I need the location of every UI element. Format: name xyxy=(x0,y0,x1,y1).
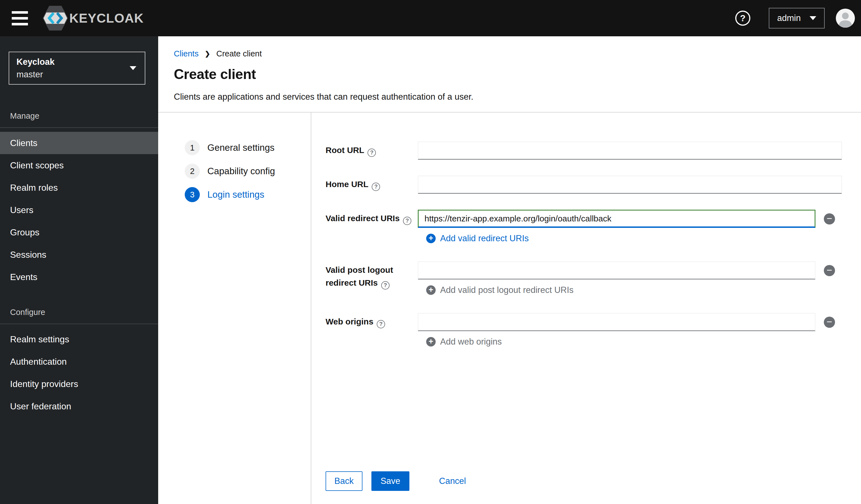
web-origins-label: Web origins? xyxy=(326,313,418,328)
sidebar-item-realm-settings[interactable]: Realm settings xyxy=(0,328,158,350)
add-post-logout-uris-button[interactable]: + Add valid post logout redirect URIs xyxy=(426,285,835,295)
plus-circle-icon: + xyxy=(426,234,436,243)
minus-circle-icon: − xyxy=(826,265,832,275)
sidebar-item-sessions[interactable]: Sessions xyxy=(0,243,158,266)
caret-down-icon xyxy=(810,16,816,20)
keycloak-logo: KEYCLOAK xyxy=(42,5,144,31)
nav-toggle-button[interactable] xyxy=(12,11,28,25)
step-number-badge: 3 xyxy=(185,187,200,202)
web-origins-row: Web origins? − + Add web origins xyxy=(326,313,835,347)
step-number-badge: 1 xyxy=(185,140,200,155)
keycloak-admin-console: KEYCLOAK ? admin Keycloak master Manag xyxy=(0,0,861,504)
page-header: Clients ❯ Create client Create client Cl… xyxy=(158,36,861,113)
wizard-step-general-settings[interactable]: 1 General settings xyxy=(185,140,274,155)
masthead: KEYCLOAK ? admin xyxy=(0,0,861,36)
remove-post-logout-uri-button[interactable]: − xyxy=(824,265,835,276)
root-url-input[interactable] xyxy=(418,142,842,160)
valid-redirect-uris-row: Valid redirect URIs? − + Add valid redir… xyxy=(326,210,835,243)
wizard-content: 1 General settings 2 Capability config 3… xyxy=(158,113,861,504)
help-icon[interactable]: ? xyxy=(368,149,376,157)
post-logout-uri-input[interactable] xyxy=(418,261,816,280)
main-content: Clients ❯ Create client Create client Cl… xyxy=(158,36,861,504)
remove-web-origin-button[interactable]: − xyxy=(824,317,835,328)
back-button[interactable]: Back xyxy=(326,471,363,491)
save-button[interactable]: Save xyxy=(371,471,409,491)
divider xyxy=(0,127,158,128)
help-icon[interactable]: ? xyxy=(381,281,390,290)
add-valid-redirect-uris-button[interactable]: + Add valid redirect URIs xyxy=(426,234,835,243)
breadcrumb-link-clients[interactable]: Clients xyxy=(174,49,199,58)
nav-list-configure: Realm settings Authentication Identity p… xyxy=(0,328,158,418)
user-menu-dropdown[interactable]: admin xyxy=(769,8,825,28)
breadcrumb: Clients ❯ Create client xyxy=(174,49,844,58)
plus-circle-icon: + xyxy=(426,285,436,295)
sidebar-item-users[interactable]: Users xyxy=(0,199,158,221)
plus-circle-icon: + xyxy=(426,337,436,347)
step-label: Login settings xyxy=(207,189,264,200)
keycloak-logo-icon xyxy=(42,5,68,31)
nav-list-manage: Clients Client scopes Realm roles Users … xyxy=(0,132,158,288)
user-avatar-icon xyxy=(836,9,855,28)
sidebar-item-realm-roles[interactable]: Realm roles xyxy=(0,177,158,199)
sidebar-item-client-scopes[interactable]: Client scopes xyxy=(0,154,158,177)
page-subtitle: Clients are applications and services th… xyxy=(174,92,844,102)
post-logout-uris-row: Valid post logout redirect URIs? − + Add… xyxy=(326,261,835,295)
cancel-button[interactable]: Cancel xyxy=(437,476,468,486)
page-title: Create client xyxy=(174,66,844,82)
wizard-actions: Back Save Cancel xyxy=(326,471,468,491)
home-url-row: Home URL? xyxy=(326,176,842,194)
minus-circle-icon: − xyxy=(826,317,832,326)
breadcrumb-current: Create client xyxy=(216,49,262,58)
add-web-origins-button[interactable]: + Add web origins xyxy=(426,337,835,347)
nav-section-title-manage: Manage xyxy=(10,111,158,121)
realm-selector-texts: Keycloak master xyxy=(16,57,130,80)
valid-redirect-uri-input[interactable] xyxy=(418,210,816,228)
chevron-right-icon: ❯ xyxy=(205,50,210,57)
home-url-input[interactable] xyxy=(418,176,842,194)
divider xyxy=(0,324,158,324)
question-circle-icon: ? xyxy=(740,13,746,24)
wizard-nav: 1 General settings 2 Capability config 3… xyxy=(158,113,311,504)
avatar[interactable] xyxy=(836,9,855,28)
sidebar-item-events[interactable]: Events xyxy=(0,266,158,288)
post-logout-uris-label: Valid post logout redirect URIs? xyxy=(326,261,418,290)
sidebar-item-user-federation[interactable]: User federation xyxy=(0,395,158,418)
brand-text: KEYCLOAK xyxy=(69,11,144,26)
login-settings-form: Root URL? Home URL? Vali xyxy=(311,113,861,504)
root-url-row: Root URL? xyxy=(326,142,842,160)
remove-redirect-uri-button[interactable]: − xyxy=(824,213,835,224)
realm-selector-title: Keycloak xyxy=(16,57,130,67)
sidebar-item-authentication[interactable]: Authentication xyxy=(0,350,158,373)
valid-redirect-uris-label: Valid redirect URIs? xyxy=(326,210,418,225)
user-menu-label: admin xyxy=(777,13,801,23)
help-button[interactable]: ? xyxy=(735,11,750,26)
step-number-badge: 2 xyxy=(185,164,200,179)
step-label: General settings xyxy=(207,142,274,153)
sidebar-item-groups[interactable]: Groups xyxy=(0,221,158,243)
minus-circle-icon: − xyxy=(826,214,832,223)
hamburger-icon xyxy=(12,11,28,14)
web-origins-input[interactable] xyxy=(418,313,816,331)
wizard-step-capability-config[interactable]: 2 Capability config xyxy=(185,164,275,179)
sidebar-item-clients[interactable]: Clients xyxy=(0,132,158,154)
sidebar: Keycloak master Manage Clients Client sc… xyxy=(0,36,158,504)
realm-selector-current: master xyxy=(16,70,130,80)
sidebar-item-identity-providers[interactable]: Identity providers xyxy=(0,373,158,395)
nav-section-title-configure: Configure xyxy=(10,308,158,317)
help-icon[interactable]: ? xyxy=(372,183,380,191)
step-label: Capability config xyxy=(207,166,275,177)
root-url-label: Root URL? xyxy=(326,142,418,157)
help-icon[interactable]: ? xyxy=(403,217,411,225)
help-icon[interactable]: ? xyxy=(377,320,385,328)
wizard-step-login-settings[interactable]: 3 Login settings xyxy=(185,187,264,202)
realm-selector-dropdown[interactable]: Keycloak master xyxy=(9,52,145,85)
caret-down-icon xyxy=(130,66,136,70)
home-url-label: Home URL? xyxy=(326,176,418,191)
